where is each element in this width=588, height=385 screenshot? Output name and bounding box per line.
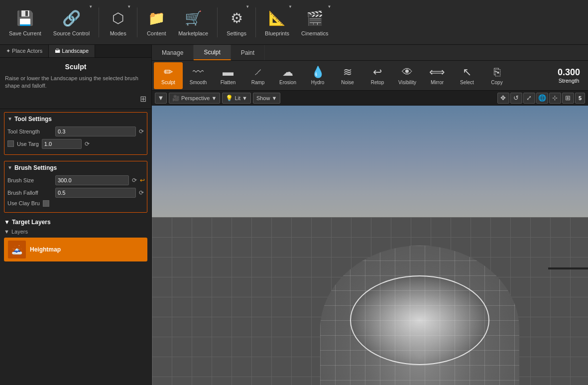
erosion-tool-btn[interactable]: ☁ Erosion [273, 62, 302, 89]
retop-tool-btn[interactable]: ↩ Retop [363, 62, 392, 89]
right-area: Manage Sculpt Paint ✏ Sculpt 〰 Smooth ▬ … [152, 45, 588, 385]
target-layers-title: Target Layers [12, 219, 51, 226]
chevron-down-icon: ▼ [271, 95, 277, 101]
tab-sculpt[interactable]: Sculpt [194, 45, 231, 60]
layers-collapse[interactable]: ▼ [4, 229, 9, 235]
blueprints-button[interactable]: 📐 Blueprints ▼ [260, 2, 294, 42]
brush-size-reset[interactable]: ↩ [140, 177, 145, 184]
layers-label: Layers [11, 229, 28, 235]
perspective-icon: 🎥 [172, 95, 180, 102]
brush-falloff-input[interactable] [55, 188, 136, 198]
brush-settings-header: ▼ Brush Settings [7, 164, 144, 171]
tab-paint[interactable]: Paint [231, 45, 265, 60]
source-control-button[interactable]: 🔗 Source Control ▼ [48, 2, 95, 42]
strength-value: 0.300 [558, 67, 580, 78]
heightmap-layer-item[interactable]: 🗻 Heightmap [4, 238, 147, 261]
move-icon-btn[interactable]: ✥ [497, 93, 509, 104]
ramp-tool-icon: ⟋ [252, 66, 263, 79]
sculpt-panel: Sculpt Raise or lower the Landscape usin… [0, 58, 151, 109]
world-icon-btn[interactable]: 🌐 [536, 93, 548, 104]
layers-subheader: ▼ Layers [4, 229, 147, 235]
tool-settings-title: Tool Settings [14, 116, 52, 123]
copy-tool-label: Copy [491, 80, 502, 85]
blueprints-label: Blueprints [265, 30, 289, 36]
settings-button[interactable]: ⚙ Settings ▼ [222, 2, 251, 42]
modes-label: Modes [110, 30, 126, 36]
landscape-tabs: Manage Sculpt Paint [152, 45, 588, 61]
grid-icon-btn[interactable]: ⊞ [562, 93, 574, 104]
expand-icon[interactable]: ⊞ [140, 94, 146, 104]
mirror-tool-icon: ⟺ [429, 66, 445, 79]
snap-icon-btn[interactable]: ⊹ [549, 93, 561, 104]
sculpt-label: Sculpt [204, 49, 220, 56]
collapse-icon[interactable]: ▼ [7, 116, 12, 122]
sculpt-tool-btn[interactable]: ✏ Sculpt [154, 62, 183, 89]
brush-settings-section: ▼ Brush Settings Brush Size ⟳ ↩ Brush Fa… [4, 161, 147, 213]
perspective-dropdown[interactable]: 🎥 Perspective ▼ [169, 93, 220, 104]
show-dropdown[interactable]: Show ▼ [253, 93, 280, 104]
divider-4 [255, 7, 256, 37]
landscape-label: Landscape [62, 48, 89, 54]
hydro-tool-label: Hydro [311, 80, 325, 85]
top-toolbar: 💾 Save Current 🔗 Source Control ▼ ⬡ Mode… [0, 0, 588, 45]
sculpt-tool-label: Sculpt [161, 80, 175, 85]
main-area: ✦ Place Actors 🏔 Landscape Sculpt Raise … [0, 45, 588, 385]
cinematics-button[interactable]: 🎬 Cinematics ▼ [296, 2, 333, 42]
lit-icon: 💡 [226, 95, 233, 102]
rotate-icon-btn[interactable]: ↺ [510, 93, 522, 104]
save-icon: 💾 [15, 8, 35, 28]
marketplace-button[interactable]: 🛒 Marketplace [173, 2, 213, 42]
noise-tool-label: Noise [341, 80, 354, 85]
copy-tool-icon: ⎘ [494, 66, 500, 79]
grid-number-box[interactable]: 5 [575, 93, 585, 104]
content-button[interactable]: 📁 Content [141, 2, 171, 42]
ramp-tool-btn[interactable]: ⟋ Ramp [243, 62, 272, 89]
viewport-3d[interactable] [152, 106, 588, 385]
brush-falloff-label: Brush Falloff [7, 190, 52, 196]
noise-tool-btn[interactable]: ≋ Noise [333, 62, 362, 89]
target-layers-collapse[interactable]: ▼ [4, 219, 10, 226]
heightmap-label: Heightmap [30, 246, 61, 253]
collapse-icon[interactable]: ▼ [7, 165, 12, 170]
viewport-toolbar: ▼ 🎥 Perspective ▼ 💡 Lit ▼ Show ▼ ✥ ↺ ⤢ 🌐… [152, 91, 588, 106]
tool-strength-input[interactable] [55, 127, 136, 136]
smooth-tool-btn[interactable]: 〰 Smooth [184, 62, 213, 89]
ground-area [152, 217, 588, 385]
modes-button[interactable]: ⬡ Modes ▼ [103, 2, 133, 42]
erosion-tool-icon: ☁ [282, 66, 293, 79]
viewport-options-btn[interactable]: ▼ [155, 93, 167, 104]
content-label: Content [147, 30, 166, 36]
mirror-tool-btn[interactable]: ⟺ Mirror [423, 62, 452, 89]
use-clay-brush-checkbox[interactable] [43, 200, 49, 207]
use-target-checkbox[interactable] [7, 140, 14, 147]
select-tool-btn[interactable]: ↖ Select [453, 62, 481, 89]
tool-strength-arrow[interactable]: ⟳ [139, 128, 144, 135]
hydro-tool-btn[interactable]: 💧 Hydro [303, 62, 332, 89]
tab-landscape[interactable]: 🏔 Landscape [49, 45, 95, 57]
tab-manage[interactable]: Manage [152, 45, 194, 60]
heightmap-thumbnail: 🗻 [8, 241, 26, 258]
modes-icon: ⬡ [108, 8, 128, 28]
save-current-button[interactable]: 💾 Save Current [4, 2, 46, 42]
flatten-tool-btn[interactable]: ▬ Flatten [214, 62, 242, 89]
brush-size-arrow[interactable]: ⟳ [132, 177, 137, 184]
lit-dropdown[interactable]: 💡 Lit ▼ [222, 93, 251, 104]
use-target-input[interactable] [42, 139, 82, 149]
copy-tool-btn[interactable]: ⎘ Copy [482, 62, 511, 89]
place-actors-icon: ✦ [6, 48, 10, 54]
landscape-icon: 🏔 [55, 48, 60, 54]
use-target-arrow[interactable]: ⟳ [85, 140, 90, 147]
lit-label: Lit [235, 95, 240, 101]
tool-palette: ✏ Sculpt 〰 Smooth ▬ Flatten ⟋ Ramp ☁ Ero… [152, 61, 588, 91]
left-panel: ✦ Place Actors 🏔 Landscape Sculpt Raise … [0, 45, 152, 385]
strength-display: 0.300 Strength [552, 67, 586, 84]
brush-falloff-row: Brush Falloff ⟳ [7, 188, 144, 198]
brush-size-input[interactable] [55, 175, 129, 185]
use-target-label: Use Targ [17, 141, 39, 147]
tab-place-actors[interactable]: ✦ Place Actors [0, 45, 49, 57]
paint-label: Paint [241, 49, 254, 56]
scale-icon-btn[interactable]: ⤢ [523, 93, 535, 104]
marketplace-icon: 🛒 [183, 8, 203, 28]
brush-falloff-arrow[interactable]: ⟳ [139, 189, 144, 196]
visibility-tool-btn[interactable]: 👁 Visibility [393, 62, 422, 89]
